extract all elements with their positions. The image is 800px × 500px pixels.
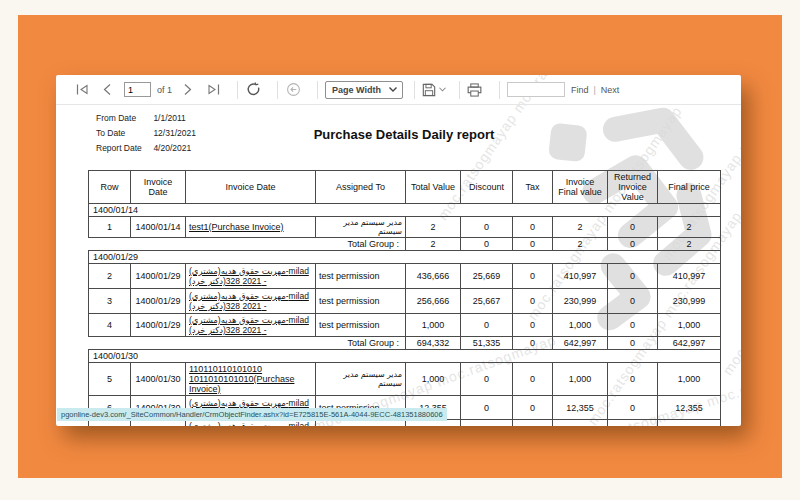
find-input[interactable] <box>507 82 565 97</box>
col-header: Invoice Final value <box>553 171 608 204</box>
table-row: 5 1400/01/30 110110110101010 10110101010… <box>89 363 721 396</box>
col-header: Invoice Date <box>186 171 316 204</box>
tax: 0 <box>513 289 553 314</box>
discount: 25,667 <box>461 289 513 314</box>
final-price: 410,997 <box>658 264 721 289</box>
table-row: 1 1400/01/14 test1(Purchase Invoice) مدی… <box>89 217 721 238</box>
table-row: 4 1400/01/29 milad-مهربت حقوق هدیه(مشتری… <box>89 314 721 337</box>
find-next-button[interactable]: Next <box>601 85 620 95</box>
returned-invoice-value: 0 <box>608 337 658 350</box>
row-number: 4 <box>89 314 131 337</box>
invoice-date: 1400/01/30 <box>131 363 186 396</box>
zoom-select-label: Page Width <box>332 85 381 95</box>
group-band-row: 1400/01/29 <box>89 251 721 264</box>
group-total-row: Total Group : 694,332 51,335 0 642,997 0… <box>89 337 721 350</box>
invoice-link[interactable]: milad-مهربت حقوق هدیه(مشتری) - 2021 328(… <box>189 291 309 311</box>
first-page-button[interactable] <box>74 80 90 100</box>
back-to-parent-button[interactable] <box>285 80 301 100</box>
total-value: 256,666 <box>406 289 461 314</box>
discount: 51,335 <box>461 337 513 350</box>
page-number-input[interactable] <box>124 82 151 97</box>
next-page-button[interactable] <box>180 80 196 100</box>
invoice-final-value: 642,997 <box>553 337 608 350</box>
invoice-link[interactable]: milad-مهربت حقوق هدیه(مشتری) - 2021 328(… <box>189 315 309 335</box>
row-number: 1 <box>89 217 131 238</box>
refresh-icon <box>246 82 261 97</box>
assigned-to: مدیر سیستم مدیر سیستم <box>316 363 406 396</box>
returned-invoice-value: 0 <box>608 396 658 420</box>
total-group-label: Total Group : <box>89 238 406 251</box>
total-value: 1,000 <box>406 363 461 396</box>
from-date-value: 1/1/2011 <box>153 113 185 123</box>
previous-page-button[interactable] <box>99 80 115 100</box>
returned-invoice-value: 0 <box>608 264 658 289</box>
total-value: 2 <box>406 238 461 251</box>
invoice-link[interactable]: milad-مهربت حقوق هدیه(مشتری) - 2021 328(… <box>189 421 309 426</box>
invoice-date: 1400/01/29 <box>131 264 186 289</box>
chevron-down-icon <box>389 87 397 92</box>
invoice-final-value: 2 <box>553 217 608 238</box>
invoice-final-value: 2 <box>553 238 608 251</box>
invoice-link[interactable]: test1(Purchase Invoice) <box>189 222 284 232</box>
export-button[interactable] <box>422 83 446 97</box>
table-header-row: Row Invoice Date Invoice Date Assigned T… <box>89 171 721 204</box>
col-header: Final price <box>658 171 721 204</box>
returned-invoice-value: 0 <box>608 314 658 337</box>
toolbar-divider <box>317 81 318 99</box>
group-band-row: 1400/01/30 <box>89 350 721 363</box>
returned-invoice-value: 0 <box>608 363 658 396</box>
invoice-date: 1400/01/14 <box>131 217 186 238</box>
invoice-link[interactable]: 110110110101010 1011010101010(Purchase I… <box>189 364 294 394</box>
assigned-to: test permission <box>316 314 406 337</box>
print-button[interactable] <box>467 80 483 100</box>
total-value: 694,332 <box>406 337 461 350</box>
toolbar-divider <box>237 81 238 99</box>
invoice-final-value: 12,355 <box>553 396 608 420</box>
refresh-button[interactable] <box>245 80 261 100</box>
report-toolbar: of 1 Page Width Find | <box>56 75 741 105</box>
chevron-right-icon <box>184 84 192 95</box>
col-header: Tax <box>513 171 553 204</box>
discount: 25,669 <box>461 264 513 289</box>
col-header: Invoice Date <box>131 171 186 204</box>
last-page-button[interactable] <box>205 80 221 100</box>
tax: 0 <box>513 420 553 427</box>
from-date-field: From Date 1/1/2011 <box>96 113 186 123</box>
chevron-left-icon <box>103 84 111 95</box>
tax: 0 <box>513 337 553 350</box>
chevron-down-icon <box>439 87 446 92</box>
last-page-icon <box>207 84 220 95</box>
tax: 0 <box>513 363 553 396</box>
col-header: Discount <box>461 171 513 204</box>
tax: 0 <box>513 217 553 238</box>
group-date: 1400/01/30 <box>89 350 721 363</box>
assigned-to: test permission <box>316 264 406 289</box>
back-arrow-icon <box>286 82 301 97</box>
assigned-to: test permission <box>316 289 406 314</box>
returned-invoice-value: 0 <box>608 238 658 251</box>
discount: 0 <box>461 363 513 396</box>
report-date-field: Report Date 4/20/2021 <box>96 143 191 153</box>
col-header: Assigned To <box>316 171 406 204</box>
toolbar-divider <box>277 81 278 99</box>
report-viewer-window: moc.ratsogmayap moc.ratsogmayap moc.rats… <box>56 75 741 426</box>
invoice-final-value: 230,999 <box>553 289 608 314</box>
zoom-select[interactable]: Page Width <box>325 81 403 99</box>
returned-invoice-value: 0 <box>608 217 658 238</box>
col-header: Total Value <box>406 171 461 204</box>
save-icon <box>422 83 436 97</box>
toolbar-divider <box>414 81 415 99</box>
purchase-details-table: Row Invoice Date Invoice Date Assigned T… <box>88 170 721 426</box>
discount: 0 <box>461 396 513 420</box>
group-band-row: 1400/01/14 <box>89 204 721 217</box>
final-price: 2 <box>658 217 721 238</box>
invoice-link[interactable]: milad-مهربت حقوق هدیه(مشتری) - 2021 328(… <box>189 266 309 286</box>
total-group-label: Total Group : <box>89 337 406 350</box>
report-date-value: 4/20/2021 <box>153 143 191 153</box>
group-total-row: Total Group : 2 0 0 2 0 2 <box>89 238 721 251</box>
table-row: 2 1400/01/29 milad-مهربت حقوق هدیه(مشتری… <box>89 264 721 289</box>
tax: 0 <box>513 396 553 420</box>
col-header: Returned Invoice Value <box>608 171 658 204</box>
find-button[interactable]: Find <box>571 85 589 95</box>
tax: 0 <box>513 314 553 337</box>
